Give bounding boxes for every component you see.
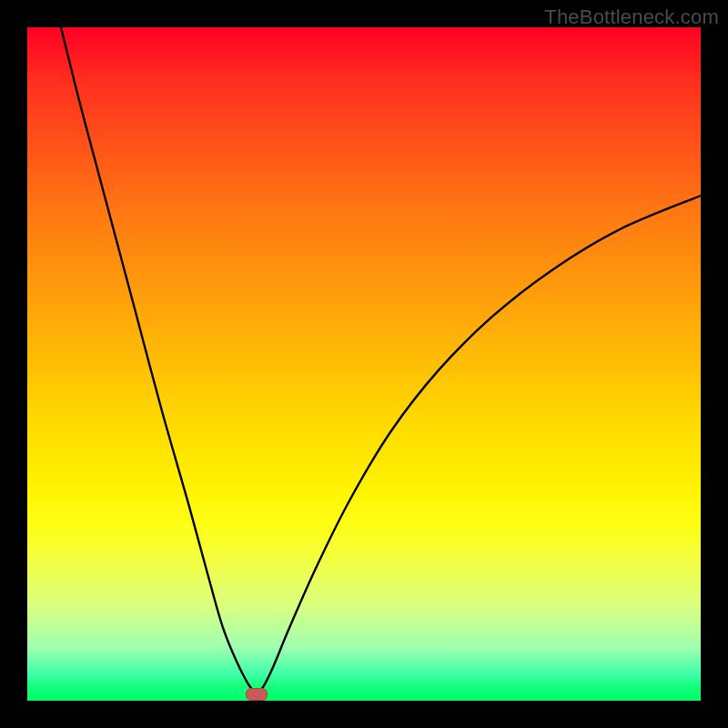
bottleneck-curve-path	[61, 27, 701, 694]
watermark-text: TheBottleneck.com	[544, 5, 719, 29]
chart-frame: TheBottleneck.com	[0, 0, 728, 728]
optimal-point-marker	[246, 688, 268, 701]
bottleneck-curve-svg	[27, 27, 701, 701]
